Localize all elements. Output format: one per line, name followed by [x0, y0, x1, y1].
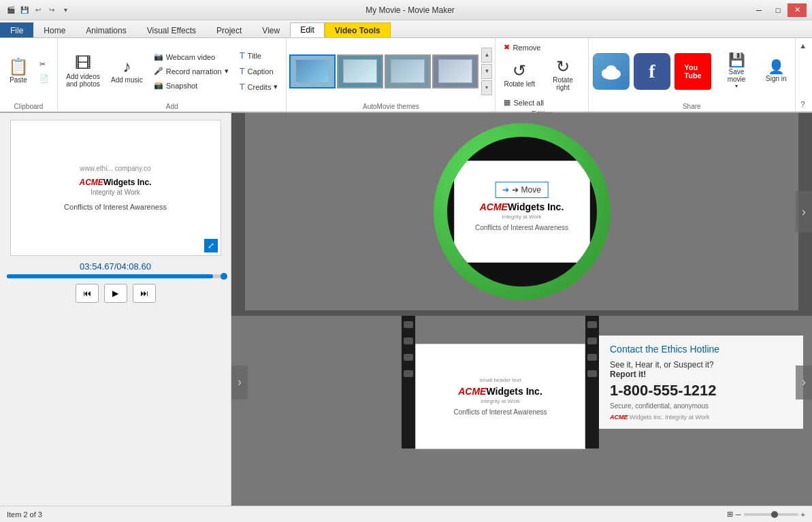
- youtube-share-button[interactable]: YouTube: [675, 53, 711, 90]
- mag-subtitle: Conflicts of Interest Awareness: [475, 224, 568, 231]
- webcam-video-button[interactable]: 📷 Webcam video: [150, 50, 233, 63]
- quick-access-dropdown[interactable]: ▾: [60, 5, 71, 16]
- rotate-left-button[interactable]: ↺ Rotate left: [500, 56, 539, 94]
- rotate-right-label: Rotate right: [546, 76, 580, 91]
- magnified-container: header text area ACME Widgets Inc. Integ…: [434, 123, 611, 300]
- tab-project[interactable]: Project: [206, 22, 252, 37]
- bottom-clip: small header text ACME Widgets Inc. Inte…: [415, 344, 585, 449]
- footer-company: Widgets Inc. Integrity at Work: [630, 414, 709, 421]
- rotate-right-button[interactable]: ↻ Rotate right: [542, 56, 584, 94]
- progress-bar-fill: [7, 274, 213, 278]
- theme-3[interactable]: [385, 54, 431, 88]
- progress-knob[interactable]: [221, 273, 227, 280]
- minimize-button[interactable]: ─: [749, 3, 768, 17]
- play-button[interactable]: ▶: [104, 284, 127, 303]
- save-movie-button[interactable]: 💾 Save movie ▾: [715, 53, 758, 90]
- preview-tagline: Integrity at Work: [91, 189, 140, 196]
- film-hole: [587, 370, 597, 377]
- film-hole: [404, 370, 413, 377]
- fit-to-window-button[interactable]: ⊞: [727, 510, 733, 519]
- title-button[interactable]: T Title: [236, 48, 282, 63]
- theme-none[interactable]: [289, 54, 336, 88]
- quick-access-undo[interactable]: ↩: [33, 5, 44, 16]
- tab-view[interactable]: View: [252, 22, 290, 37]
- preview-header-text: www.ethi... company.co: [80, 165, 150, 172]
- quick-access-save[interactable]: 💾: [19, 5, 30, 16]
- zoom-slider[interactable]: [744, 513, 798, 516]
- facebook-share-button[interactable]: f: [634, 53, 670, 90]
- credits-icon: T: [240, 82, 245, 92]
- close-button[interactable]: ✕: [787, 3, 807, 17]
- record-narration-button[interactable]: 🎤 Record narration ▾: [150, 65, 233, 78]
- quick-access-redo[interactable]: ↪: [46, 5, 57, 16]
- storyboard-area: header text area ACME Widgets Inc. Integ…: [231, 113, 812, 506]
- record-icon: 🎤: [154, 67, 163, 76]
- add-videos-button[interactable]: 🎞 Add videos and photos: [62, 52, 104, 91]
- zoom-in-button[interactable]: +: [801, 510, 805, 519]
- fast-forward-button[interactable]: ⏭: [133, 284, 156, 303]
- preview-subtitle: Conflicts of Interest Awareness: [64, 203, 167, 211]
- credits-button[interactable]: T Credits ▾: [236, 80, 282, 94]
- paste-button[interactable]: 📋 Paste: [4, 56, 33, 86]
- sign-in-button[interactable]: 👤 Sign in: [762, 57, 791, 85]
- tab-edit[interactable]: Edit: [290, 22, 325, 37]
- ribbon-help-button[interactable]: ?: [797, 98, 809, 110]
- left-panel: www.ethi... company.co ACME Widgets Inc.…: [0, 113, 231, 506]
- tab-home[interactable]: Home: [33, 22, 76, 37]
- title-icon: T: [240, 50, 245, 61]
- copy-button[interactable]: 📄: [35, 72, 53, 85]
- preview-company-name: ACME Widgets Inc.: [80, 178, 152, 187]
- maximize-button[interactable]: □: [768, 3, 787, 17]
- rotate-left-icon: ↺: [513, 63, 526, 79]
- rewind-button[interactable]: ⏮: [76, 284, 99, 303]
- paste-icon: 📋: [8, 59, 29, 75]
- playback-controls: ⏮ ▶ ⏭: [76, 284, 156, 303]
- clipboard-content: 📋 Paste ✂ 📄: [4, 41, 53, 101]
- nav-arrow-left-2[interactable]: ›: [231, 365, 248, 399]
- hotline-phone: 1-800-555-1212: [610, 382, 792, 399]
- ribbon-collapse-button[interactable]: ▲: [797, 39, 809, 52]
- theme-4[interactable]: [432, 54, 478, 88]
- preview-expand-button[interactable]: ⤢: [204, 239, 218, 252]
- themes-scroll-col: ▲ ▼ ▾: [481, 48, 492, 95]
- themes-scroll-up[interactable]: ▲: [481, 48, 492, 63]
- preview-box: www.ethi... company.co ACME Widgets Inc.…: [10, 120, 221, 256]
- editing-content: ✖ Remove ↺ Rotate left ↻ Rotate right ▦ …: [500, 41, 584, 109]
- caption-button[interactable]: T Caption: [236, 64, 282, 78]
- themes-scroll-down[interactable]: ▼: [481, 64, 492, 79]
- zoom-out-button[interactable]: ─: [736, 510, 741, 519]
- tab-visual-effects[interactable]: Visual Effects: [137, 22, 206, 37]
- hotline-footer: Secure, confidential, anonymous: [610, 402, 792, 410]
- zoom-knob[interactable]: [771, 511, 778, 518]
- snapshot-button[interactable]: 📸 Snapshot: [150, 79, 233, 92]
- filmstrip-perforations-left-2: [402, 316, 415, 448]
- add-videos-icon: 🎞: [75, 55, 91, 71]
- add-music-button[interactable]: ♪ Add music: [107, 56, 147, 86]
- record-label: Record narration: [166, 67, 222, 76]
- ribbon: 📋 Paste ✂ 📄 Clipboard 🎞 Add videos and p…: [0, 38, 812, 113]
- remove-button[interactable]: ✖ Remove: [500, 41, 545, 54]
- window-title: My Movie - Movie Maker: [71, 5, 749, 15]
- tab-file[interactable]: File: [0, 22, 33, 37]
- move-arrow-icon: ➔: [502, 185, 509, 195]
- tab-video-tools[interactable]: Video Tools: [325, 22, 391, 37]
- caption-label: Caption: [248, 67, 274, 76]
- themes-scroll-more[interactable]: ▾: [481, 80, 492, 95]
- theme-2[interactable]: [337, 54, 383, 88]
- progress-bar-track[interactable]: [7, 274, 224, 278]
- paste-label: Paste: [10, 76, 27, 84]
- cloud-share-button[interactable]: [593, 53, 630, 90]
- select-all-button[interactable]: ▦ Select all: [500, 96, 548, 109]
- ribbon-side-buttons: ▲ ?: [796, 38, 811, 112]
- nav-arrow-right-2[interactable]: ›: [796, 365, 812, 399]
- cut-button[interactable]: ✂: [35, 58, 53, 71]
- preview-url: www.ethi... company.co: [80, 165, 150, 172]
- tab-animations[interactable]: Animations: [76, 22, 136, 37]
- progress-bar-container[interactable]: [7, 274, 224, 278]
- share-content: f YouTube 💾 Save movie ▾ 👤 Sign in: [593, 41, 791, 101]
- save-dropdown-arrow: ▾: [735, 83, 738, 89]
- nav-arrow-right-1[interactable]: ›: [796, 191, 812, 232]
- copy-icon: 📄: [39, 74, 49, 83]
- ribbon-group-share: f YouTube 💾 Save movie ▾ 👤 Sign in Share: [589, 38, 796, 112]
- add-music-icon: ♪: [123, 59, 131, 75]
